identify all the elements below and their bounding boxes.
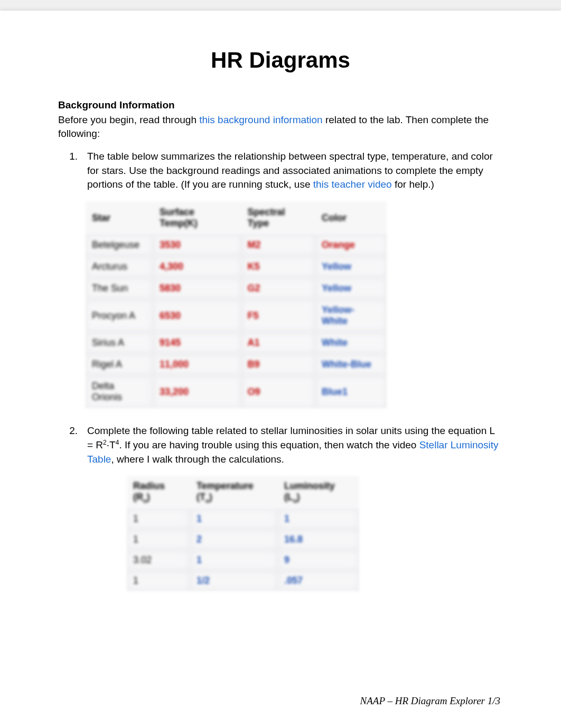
- cell-temperature: 1: [190, 509, 278, 529]
- cell-spectral: K5: [241, 256, 316, 278]
- cell-spectral: B9: [241, 354, 316, 375]
- question-2: 2. Complete the following table related …: [58, 424, 503, 466]
- table-header-row: Star Surface Temp(K) Spectral Type Color: [86, 201, 387, 234]
- cell-temp: 5830: [153, 278, 241, 299]
- col-spectral: Spectral Type: [241, 201, 316, 234]
- cell-spectral: O9: [241, 375, 316, 408]
- table-row: Rigel A11,000B9White-Blue: [86, 354, 387, 375]
- cell-radius: 1: [127, 509, 190, 529]
- cell-star: The Sun: [86, 278, 153, 299]
- table-row: 11/2.057: [127, 570, 359, 591]
- intro-before: Before you begin, read through: [58, 114, 199, 125]
- table-row: Delta Orionis33,200O9Blue1: [86, 375, 387, 408]
- cell-temperature: 1/2: [190, 570, 278, 591]
- table-row: 1216.8: [127, 529, 359, 550]
- cell-spectral: A1: [241, 332, 316, 354]
- cell-luminosity: .057: [278, 570, 359, 591]
- cell-spectral: F5: [241, 299, 316, 332]
- table2-header-row: Radius (Ro) Temperature (To) Luminosity …: [127, 476, 359, 509]
- cell-temp: 4,300: [153, 256, 241, 278]
- cell-luminosity: 1: [278, 509, 359, 529]
- col-star: Star: [86, 201, 153, 234]
- cell-temperature: 2: [190, 529, 278, 550]
- col-radius: Radius (Ro): [127, 476, 190, 509]
- background-info-link[interactable]: this background information: [199, 114, 322, 125]
- q2-text: Complete the following table related to …: [87, 424, 503, 466]
- table-row: Procyon A6530F5Yellow-White: [86, 299, 387, 332]
- cell-temp: 6530: [153, 299, 241, 332]
- cell-color: Blue1: [315, 375, 387, 408]
- luminosity-table: Radius (Ro) Temperature (To) Luminosity …: [127, 476, 359, 591]
- q2-number: 2.: [58, 424, 87, 466]
- table-row: 111: [127, 509, 359, 529]
- cell-star: Arcturus: [86, 256, 153, 278]
- section-heading: Background Information: [58, 99, 503, 111]
- cell-temperature: 1: [190, 550, 278, 570]
- cell-radius: 1: [127, 529, 190, 550]
- q1-number: 1.: [58, 150, 87, 192]
- star-table: Star Surface Temp(K) Spectral Type Color…: [86, 201, 387, 408]
- intro-paragraph: Before you begin, read through this back…: [58, 113, 503, 140]
- table1-container: Star Surface Temp(K) Spectral Type Color…: [58, 201, 503, 408]
- cell-star: Sirius A: [86, 332, 153, 354]
- cell-temp: 33,200: [153, 375, 241, 408]
- cell-temp: 3530: [153, 234, 241, 256]
- document-page: HR Diagrams Background Information Befor…: [0, 11, 561, 728]
- col-temperature: Temperature (To): [190, 476, 278, 509]
- cell-star: Rigel A: [86, 354, 153, 375]
- cell-temp: 9145: [153, 332, 241, 354]
- cell-radius: 3.02: [127, 550, 190, 570]
- col-luminosity: Luminosity (Lo): [278, 476, 359, 509]
- cell-spectral: M2: [241, 234, 316, 256]
- teacher-video-link[interactable]: this teacher video: [313, 179, 392, 190]
- cell-color: Yellow-White: [315, 299, 387, 332]
- cell-star: Delta Orionis: [86, 375, 153, 408]
- cell-color: Yellow: [315, 256, 387, 278]
- table-row: 3.0219: [127, 550, 359, 570]
- table-row: The Sun5830G2Yellow: [86, 278, 387, 299]
- table-row: Betelgeuse3530M2Orange: [86, 234, 387, 256]
- cell-luminosity: 9: [278, 550, 359, 570]
- cell-color: Yellow: [315, 278, 387, 299]
- page-title: HR Diagrams: [58, 48, 503, 73]
- cell-spectral: G2: [241, 278, 316, 299]
- cell-star: Procyon A: [86, 299, 153, 332]
- q1-text: The table below summarizes the relations…: [87, 150, 503, 192]
- cell-radius: 1: [127, 570, 190, 591]
- cell-color: Orange: [315, 234, 387, 256]
- cell-color: White-Blue: [315, 354, 387, 375]
- cell-star: Betelgeuse: [86, 234, 153, 256]
- cell-color: White: [315, 332, 387, 354]
- col-color: Color: [315, 201, 387, 234]
- question-1: 1. The table below summarizes the relati…: [58, 150, 503, 192]
- cell-luminosity: 16.8: [278, 529, 359, 550]
- table-row: Arcturus4,300K5Yellow: [86, 256, 387, 278]
- page-footer: NAAP – HR Diagram Explorer 1/3: [360, 695, 500, 707]
- cell-temp: 11,000: [153, 354, 241, 375]
- col-temp: Surface Temp(K): [153, 201, 241, 234]
- table-row: Sirius A9145A1White: [86, 332, 387, 354]
- table2-container: Radius (Ro) Temperature (To) Luminosity …: [58, 476, 503, 591]
